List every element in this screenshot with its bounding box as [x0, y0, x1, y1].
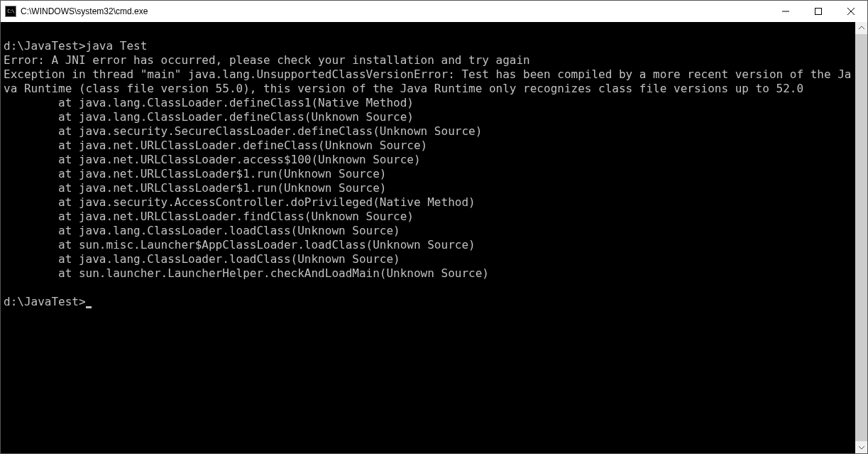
- scrollbar-thumb[interactable]: [855, 34, 867, 441]
- stack-trace-line: at java.net.URLClassLoader.defineClass(U…: [4, 139, 855, 153]
- titlebar[interactable]: C:\ C:\WINDOWS\system32\cmd.exe: [1, 1, 867, 22]
- scroll-up-button[interactable]: [855, 22, 867, 34]
- scroll-down-button[interactable]: [855, 441, 867, 453]
- exception-line: Exception in thread "main" java.lang.Uns…: [4, 67, 855, 96]
- close-icon: [847, 8, 855, 15]
- stack-trace-line: at java.security.AccessController.doPriv…: [4, 195, 855, 210]
- stack-trace-line: at java.security.SecureClassLoader.defin…: [4, 124, 855, 139]
- stack-trace-line: at sun.launcher.LauncherHelper.checkAndL…: [4, 266, 855, 281]
- maximize-button[interactable]: [802, 1, 835, 22]
- close-button[interactable]: [835, 1, 867, 22]
- stack-trace-line: at java.net.URLClassLoader$1.run(Unknown…: [4, 181, 855, 195]
- maximize-icon: [815, 8, 822, 15]
- content-area: d:\JavaTest>java TestError: A JNI error …: [1, 22, 867, 453]
- cmd-icon: C:\: [5, 6, 16, 17]
- scrollbar-track[interactable]: [855, 34, 867, 441]
- prompt: d:\JavaTest>: [4, 39, 86, 53]
- minimize-icon: [782, 8, 789, 15]
- window-controls: [769, 1, 867, 22]
- blank-line: [4, 25, 855, 39]
- prompt-line: d:\JavaTest>java Test: [4, 39, 855, 53]
- stack-trace-line: at sun.misc.Launcher$AppClassLoader.load…: [4, 238, 855, 252]
- cmd-window: C:\ C:\WINDOWS\system32\cmd.exe d:\JavaT…: [0, 0, 868, 454]
- terminal-output[interactable]: d:\JavaTest>java TestError: A JNI error …: [1, 22, 855, 453]
- cursor: [86, 306, 92, 308]
- stack-trace-line: at java.lang.ClassLoader.loadClass(Unkno…: [4, 224, 855, 238]
- stack-trace-line: at java.net.URLClassLoader$1.run(Unknown…: [4, 167, 855, 181]
- prompt: d:\JavaTest>: [4, 295, 86, 308]
- stack-trace-line: at java.lang.ClassLoader.loadClass(Unkno…: [4, 252, 855, 266]
- stack-trace-line: at java.lang.ClassLoader.defineClass(Unk…: [4, 110, 855, 124]
- command: java Test: [86, 39, 148, 53]
- minimize-button[interactable]: [769, 1, 802, 22]
- vertical-scrollbar[interactable]: [855, 22, 867, 453]
- blank-line: [4, 281, 855, 295]
- prompt-line-2: d:\JavaTest>: [4, 295, 855, 309]
- chevron-up-icon: [859, 26, 864, 30]
- error-line: Error: A JNI error has occurred, please …: [4, 53, 855, 67]
- stack-trace-line: at java.lang.ClassLoader.defineClass1(Na…: [4, 96, 855, 110]
- chevron-down-icon: [859, 445, 864, 449]
- svg-rect-1: [815, 9, 822, 15]
- stack-trace-line: at java.net.URLClassLoader.findClass(Unk…: [4, 210, 855, 224]
- window-title: C:\WINDOWS\system32\cmd.exe: [21, 6, 769, 16]
- stack-trace-line: at java.net.URLClassLoader.access$100(Un…: [4, 153, 855, 167]
